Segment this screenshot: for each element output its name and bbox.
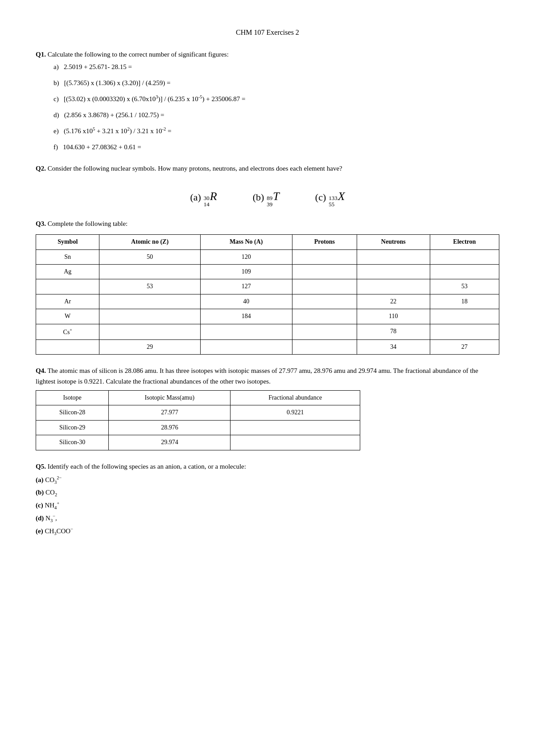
q3-cell-3-4: 22 <box>357 294 430 309</box>
q1-expr-f: 104.630 + 27.08362 + 0.61 = <box>63 143 141 151</box>
q5-item-b: (b) CO2 <box>36 487 499 499</box>
q4-header-row: Isotope Isotopic Mass(amu) Fractional ab… <box>36 390 360 405</box>
q1-letter-c: c) <box>54 95 59 102</box>
q4-row-1: Silicon-2928.976 <box>36 420 360 435</box>
q4-cell-0-2: 0.9221 <box>230 405 360 420</box>
q1-item-b: b) [(5.7365) x (1.306) x (3.20)] / (4.25… <box>54 78 499 88</box>
q4-table: Isotope Isotopic Mass(amu) Fractional ab… <box>36 390 360 450</box>
q4-cell-1-2 <box>230 420 360 435</box>
nuclear-c-element: X <box>338 187 345 206</box>
q3-cell-5-3 <box>292 324 357 339</box>
q3-cell-5-2 <box>200 324 292 339</box>
question-3: Q3. Complete the following table: Symbol… <box>36 218 499 355</box>
q3-cell-2-5: 53 <box>430 279 499 294</box>
q5-label-b: (b) <box>36 489 44 496</box>
q3-cell-0-2: 120 <box>200 249 292 264</box>
q3-cell-0-0: Sn <box>36 249 99 264</box>
q3-cell-3-1 <box>99 294 200 309</box>
q3-header-symbol: Symbol <box>36 235 99 249</box>
nuclear-a-scripts: 30 14 <box>204 195 210 208</box>
q5-label-a: (a) <box>36 476 44 483</box>
nuclear-b-atomic: 39 <box>267 201 272 208</box>
q3-cell-5-0: Cs+ <box>36 324 99 339</box>
q3-cell-0-4 <box>357 249 430 264</box>
q3-cell-1-4 <box>357 264 430 279</box>
nuclear-b-mass: 89 <box>267 195 272 201</box>
q5-item-e: (e) CH3COO− <box>36 526 499 538</box>
q3-cell-5-1 <box>99 324 200 339</box>
q1-letter-f: f) <box>54 143 58 151</box>
nuclear-c-symbol: 133 55 X <box>329 187 345 208</box>
q3-cell-3-2: 40 <box>200 294 292 309</box>
q3-cell-0-1: 50 <box>99 249 200 264</box>
nuclear-a-symbol: 30 14 R <box>204 187 217 208</box>
nuclear-c-mass: 133 <box>329 195 337 201</box>
q2-text: Consider the following nuclear symbols. … <box>48 165 342 172</box>
q3-label: Q3. <box>36 220 46 227</box>
q3-cell-2-0 <box>36 279 99 294</box>
q1-item-a: a) 2.5019 + 25.671- 28.15 = <box>54 61 499 72</box>
q5-text: Identify each of the following species a… <box>48 463 246 470</box>
q4-cell-2-2 <box>230 435 360 450</box>
nuclear-b-symbol: 89 39 T <box>267 187 279 208</box>
q3-cell-3-0: Ar <box>36 294 99 309</box>
nuclear-symbol-b: (b) 89 39 T <box>253 187 280 208</box>
question-5: Q5. Identify each of the following speci… <box>36 461 499 538</box>
q3-header-neutrons: Neutrons <box>357 235 430 249</box>
q1-text-content: Calculate the following to the correct n… <box>48 51 229 58</box>
q1-items: a) 2.5019 + 25.671- 28.15 = b) [(5.7365)… <box>54 61 499 152</box>
q3-cell-0-5 <box>430 249 499 264</box>
q3-row-3: Ar402218 <box>36 294 499 309</box>
nuclear-a-mass: 30 <box>204 195 210 201</box>
q3-cell-2-3 <box>292 279 357 294</box>
q3-cell-1-2: 109 <box>200 264 292 279</box>
q3-cell-3-3 <box>292 294 357 309</box>
q1-letter-b: b) <box>54 79 59 86</box>
q4-cell-0-0: Silicon-28 <box>36 405 109 420</box>
q3-cell-4-3 <box>292 309 357 324</box>
q3-cell-6-4: 34 <box>357 339 430 354</box>
question-4: Q4. The atomic mas of silicon is 28.086 … <box>36 365 499 450</box>
q2-label: Q2. <box>36 165 46 172</box>
q3-header-row: Symbol Atomic no (Z) Mass No (A) Protons… <box>36 235 499 249</box>
q3-row-1: Ag109 <box>36 264 499 279</box>
q3-cell-5-5 <box>430 324 499 339</box>
question-2: Q2. Consider the following nuclear symbo… <box>36 163 499 208</box>
nuclear-c-scripts: 133 55 <box>329 195 337 208</box>
q4-cell-2-1: 29.974 <box>109 435 230 450</box>
q5-label-d: (d) <box>36 515 44 522</box>
nuclear-a-element: R <box>210 187 217 206</box>
q3-row-5: Cs+78 <box>36 324 499 339</box>
q4-header-mass: Isotopic Mass(amu) <box>109 390 230 405</box>
q3-cell-2-4 <box>357 279 430 294</box>
q3-header-atomic: Atomic no (Z) <box>99 235 200 249</box>
q3-row-0: Sn50120 <box>36 249 499 264</box>
q1-expr-c: [(53.02) x (0.0003320) x (6.70x103)] / (… <box>64 95 246 102</box>
q1-item-d: d) (2.856 x 3.8678) + (256.1 / 102.75) = <box>54 110 499 120</box>
q3-cell-0-3 <box>292 249 357 264</box>
q3-cell-3-5: 18 <box>430 294 499 309</box>
q1-item-f: f) 104.630 + 27.08362 + 0.61 = <box>54 142 499 152</box>
q5-label-c: (c) <box>36 502 43 509</box>
q1-expr-b: [(5.7365) x (1.306) x (3.20)] / (4.259) … <box>64 79 171 86</box>
q4-row-0: Silicon-2827.9770.9221 <box>36 405 360 420</box>
q3-row-2: 5312753 <box>36 279 499 294</box>
q3-cell-6-3 <box>292 339 357 354</box>
q1-label: Q1. <box>36 51 46 58</box>
q3-table: Symbol Atomic no (Z) Mass No (A) Protons… <box>36 234 499 355</box>
q3-cell-4-1 <box>99 309 200 324</box>
question-1: Q1. Calculate the following to the corre… <box>36 49 499 152</box>
q3-cell-6-1: 29 <box>99 339 200 354</box>
q4-label: Q4. <box>36 367 46 374</box>
q4-row-2: Silicon-3029.974 <box>36 435 360 450</box>
nuclear-c-atomic: 55 <box>329 201 337 208</box>
q3-cell-4-4: 110 <box>357 309 430 324</box>
q1-item-e: e) (5.176 x105 + 3.21 x 102) / 3.21 x 10… <box>54 126 499 136</box>
q4-cell-1-0: Silicon-29 <box>36 420 109 435</box>
nuclear-b-element: T <box>273 187 279 206</box>
q1-letter-e: e) <box>54 127 59 135</box>
nuclear-b-scripts: 89 39 <box>267 195 272 208</box>
q3-cell-2-1: 53 <box>99 279 200 294</box>
nuclear-a-atomic: 14 <box>204 201 210 208</box>
q1-letter-d: d) <box>54 111 59 119</box>
